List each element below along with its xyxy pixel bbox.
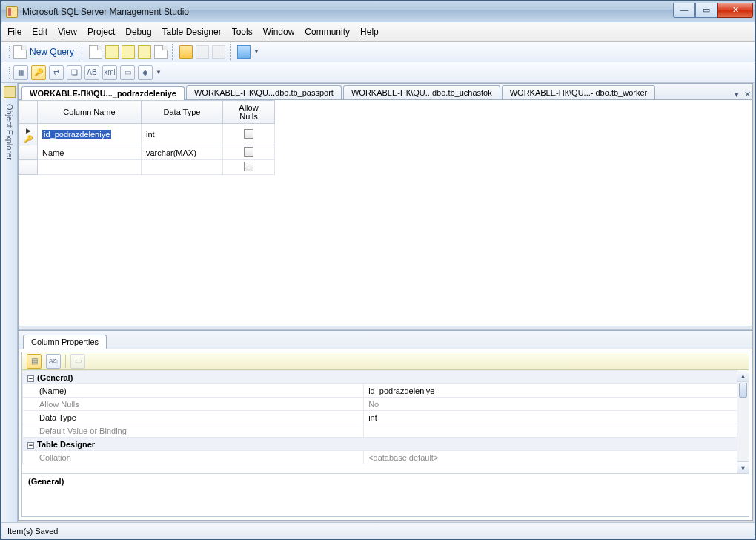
- window-title: Microsoft SQL Server Management Studio: [22, 7, 673, 17]
- primary-key-icon: 🔑: [24, 135, 33, 143]
- close-tab-icon[interactable]: ✕: [742, 90, 752, 99]
- maximize-button[interactable]: ▭: [695, 3, 717, 18]
- prop-collation-key: Collation: [23, 451, 364, 464]
- scroll-up-icon[interactable]: ▲: [737, 370, 749, 382]
- ce-query-icon[interactable]: [154, 45, 168, 59]
- cell-column-name[interactable]: Name: [38, 145, 142, 160]
- minimize-button[interactable]: —: [673, 3, 695, 18]
- tab-column-properties[interactable]: Column Properties: [23, 335, 107, 349]
- property-pages-icon[interactable]: ▭: [70, 354, 85, 369]
- cell-column-name[interactable]: [38, 160, 142, 175]
- open-file-icon[interactable]: [179, 45, 193, 59]
- properties-toolbar: ▤ AZ↓ ▭: [22, 352, 749, 370]
- object-explorer-icon: [4, 86, 16, 98]
- properties-body: ▤ AZ↓ ▭ −(General) (Name)id_podrazdeleni…: [21, 352, 749, 517]
- menu-window[interactable]: Window: [263, 27, 295, 37]
- current-row-icon: ▶: [26, 127, 31, 134]
- tab-passport[interactable]: WORKABLE-ПК\QU...dbo.tb_passport: [186, 85, 342, 99]
- row-selector[interactable]: ▶🔑: [19, 124, 38, 145]
- cell-data-type[interactable]: int: [142, 124, 223, 145]
- prop-row[interactable]: Default Value or Binding: [23, 424, 749, 438]
- activity-monitor-icon[interactable]: [237, 45, 251, 59]
- prop-nulls-value[interactable]: No: [364, 398, 749, 411]
- generate-script-icon[interactable]: ▦: [13, 65, 28, 80]
- object-explorer-label: Object Explorer: [5, 104, 14, 160]
- toolbar-grip-icon[interactable]: [6, 66, 10, 79]
- xmla-query-icon[interactable]: [138, 45, 151, 59]
- category-table-designer[interactable]: −Table Designer: [23, 438, 749, 451]
- close-button[interactable]: ✕: [717, 3, 753, 18]
- property-grid-scrollbar[interactable]: ▲ ▼: [737, 370, 749, 473]
- collapse-icon[interactable]: −: [27, 375, 34, 382]
- indexes-icon[interactable]: ❏: [67, 65, 82, 80]
- table-row[interactable]: ▶🔑 id_podrazdeleniye int: [19, 124, 275, 145]
- category-general[interactable]: −(General): [23, 371, 749, 384]
- prop-row[interactable]: Collation<database default>: [23, 451, 749, 464]
- checkbox-icon[interactable]: [244, 129, 253, 139]
- de-query-icon[interactable]: [89, 45, 102, 59]
- menu-view[interactable]: View: [58, 27, 77, 37]
- cell-allow-nulls[interactable]: [223, 124, 275, 145]
- prop-row[interactable]: Data Typeint: [23, 411, 749, 424]
- cell-allow-nulls[interactable]: [223, 145, 275, 160]
- scroll-thumb[interactable]: [739, 383, 747, 398]
- xml-index-icon[interactable]: xml: [102, 65, 117, 80]
- mdx-query-icon[interactable]: [105, 45, 119, 59]
- set-primary-key-icon[interactable]: 🔑: [31, 65, 46, 80]
- menu-project[interactable]: Project: [87, 27, 115, 37]
- prop-dtype-value[interactable]: int: [364, 411, 749, 424]
- save-icon[interactable]: [196, 45, 209, 59]
- spatial-index-icon[interactable]: ◆: [138, 65, 153, 80]
- fulltext-index-icon[interactable]: AB: [84, 65, 99, 80]
- menu-debug[interactable]: Debug: [125, 27, 151, 37]
- menu-tools[interactable]: Tools: [232, 27, 253, 37]
- scroll-down-icon[interactable]: ▼: [737, 461, 749, 473]
- prop-row[interactable]: Allow NullsNo: [23, 398, 749, 411]
- collapse-icon[interactable]: −: [27, 442, 34, 449]
- relationships-icon[interactable]: ⇄: [49, 65, 64, 80]
- menu-bar: File Edit View Project Debug Table Desig…: [1, 22, 755, 42]
- toolbar-grip-icon[interactable]: [6, 45, 10, 59]
- check-constraint-icon[interactable]: ▭: [120, 65, 135, 80]
- dropdown-arrow-icon[interactable]: ▼: [156, 69, 162, 76]
- header-allow-nulls[interactable]: Allow Nulls: [223, 101, 275, 124]
- tab-podrazdeleniye[interactable]: WORKABLE-ПК\QU..._podrazdeleniye: [21, 86, 185, 100]
- dropdown-arrow-icon[interactable]: ▼: [253, 48, 259, 55]
- new-query-icon[interactable]: [13, 45, 27, 59]
- tab-worker[interactable]: WORKABLE-ПК\QU...- dbo.tb_worker: [502, 85, 655, 99]
- cell-data-type[interactable]: [142, 160, 223, 175]
- property-description: (General): [22, 473, 749, 516]
- row-selector[interactable]: [19, 145, 38, 160]
- cell-column-name[interactable]: id_podrazdeleniye: [38, 124, 142, 145]
- header-column-name[interactable]: Column Name: [38, 101, 142, 124]
- toolbar-separator: [172, 44, 175, 60]
- tab-uchastok[interactable]: WORKABLE-ПК\QU...dbo.tb_uchastok: [343, 85, 500, 99]
- cell-allow-nulls[interactable]: [223, 160, 275, 175]
- object-explorer-panel[interactable]: Object Explorer: [1, 83, 18, 522]
- header-data-type[interactable]: Data Type: [142, 101, 223, 124]
- menu-community[interactable]: Community: [305, 27, 350, 37]
- menu-file[interactable]: File: [7, 27, 21, 37]
- categorized-view-icon[interactable]: ▤: [27, 354, 42, 369]
- app-icon: [6, 6, 18, 18]
- prop-name-value[interactable]: id_podrazdeleniye: [364, 384, 749, 398]
- prop-default-value[interactable]: [364, 424, 749, 438]
- alphabetical-view-icon[interactable]: AZ↓: [46, 354, 61, 369]
- checkbox-icon[interactable]: [244, 162, 253, 171]
- active-files-dropdown-icon[interactable]: ▾: [732, 90, 742, 99]
- new-query-button[interactable]: New Query: [30, 47, 74, 57]
- menu-edit[interactable]: Edit: [32, 27, 47, 37]
- table-row[interactable]: Name varchar(MAX): [19, 145, 275, 160]
- row-selector[interactable]: [19, 160, 38, 175]
- checkbox-icon[interactable]: [244, 147, 253, 157]
- table-row[interactable]: [19, 160, 275, 175]
- dmx-query-icon[interactable]: [122, 45, 135, 59]
- save-all-icon[interactable]: [212, 45, 225, 59]
- prop-collation-value[interactable]: <database default>: [364, 451, 749, 464]
- property-grid: −(General) (Name)id_podrazdeleniye Allow…: [22, 370, 749, 473]
- cell-data-type[interactable]: varchar(MAX): [142, 145, 223, 160]
- menu-table-designer[interactable]: Table Designer: [162, 27, 222, 37]
- menu-help[interactable]: Help: [360, 27, 379, 37]
- properties-tabstrip: Column Properties: [19, 331, 752, 349]
- prop-row[interactable]: (Name)id_podrazdeleniye: [23, 384, 749, 398]
